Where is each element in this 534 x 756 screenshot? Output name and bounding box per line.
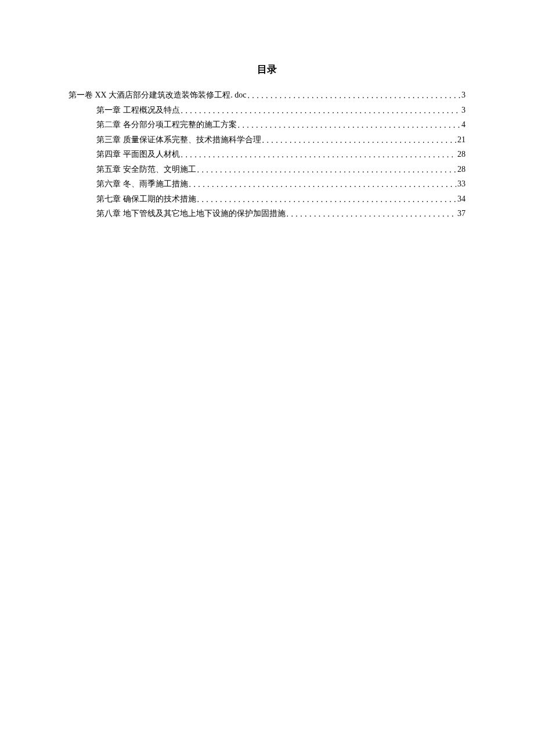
toc-chapter-label: 第一章 工程概况及特点	[96, 103, 181, 118]
toc-chapter-line[interactable]: 第七章 确保工期的技术措施 34	[96, 192, 466, 207]
toc-dot-leader	[181, 103, 461, 118]
toc-chapter-page: 37	[456, 206, 466, 221]
toc-volume-label: 第一卷 XX 大酒店部分建筑改造装饰装修工程. doc	[68, 88, 247, 103]
toc-chapter-label: 第六章 冬、雨季施工措施	[96, 177, 189, 192]
toc-chapter-label: 第二章 各分部分项工程完整的施工方案	[96, 117, 238, 132]
toc-dot-leader	[238, 118, 461, 132]
toc-chapter-page: 34	[456, 192, 466, 207]
toc-chapter-line[interactable]: 第二章 各分部分项工程完整的施工方案 4	[96, 117, 466, 132]
toc-chapter-label: 第七章 确保工期的技术措施	[96, 192, 197, 207]
toc-dot-leader	[181, 147, 457, 162]
toc-chapter-label: 第三章 质量保证体系完整、技术措施科学合理	[96, 132, 262, 147]
toc-title: 目录	[68, 63, 466, 76]
toc-chapter-page: 3	[460, 103, 466, 118]
toc-chapter-page: 21	[456, 132, 466, 147]
toc-dot-leader	[262, 133, 457, 147]
toc-chapter-line[interactable]: 第六章 冬、雨季施工措施 33	[96, 177, 466, 192]
toc-chapter-line[interactable]: 第四章 平面图及人材机 28	[96, 147, 466, 162]
toc-dot-leader	[287, 207, 457, 221]
toc-chapter-label: 第五章 安全防范、文明施工	[96, 162, 197, 177]
toc-dot-leader	[197, 163, 457, 177]
toc-dot-leader	[247, 88, 460, 103]
toc-chapter-page: 33	[456, 177, 466, 192]
toc-chapter-page: 28	[456, 162, 466, 177]
toc-chapter-line[interactable]: 第三章 质量保证体系完整、技术措施科学合理 21	[96, 132, 466, 147]
toc-chapter-page: 4	[460, 117, 466, 132]
document-page: 目录 第一卷 XX 大酒店部分建筑改造装饰装修工程. doc 3 第一章 工程概…	[0, 0, 534, 221]
toc-volume-page: 3	[460, 88, 466, 103]
toc-dot-leader	[197, 192, 457, 207]
toc-chapter-label: 第八章 地下管线及其它地上地下设施的保护加固措施	[96, 206, 287, 221]
toc-chapter-label: 第四章 平面图及人材机	[96, 147, 181, 162]
toc-chapter-line[interactable]: 第八章 地下管线及其它地上地下设施的保护加固措施 37	[96, 206, 466, 221]
toc-chapter-line[interactable]: 第五章 安全防范、文明施工 28	[96, 162, 466, 177]
toc-chapter-line[interactable]: 第一章 工程概况及特点 3	[96, 103, 466, 118]
toc-volume-line[interactable]: 第一卷 XX 大酒店部分建筑改造装饰装修工程. doc 3	[68, 88, 466, 103]
toc-dot-leader	[189, 177, 457, 192]
toc-chapter-page: 28	[456, 147, 466, 162]
